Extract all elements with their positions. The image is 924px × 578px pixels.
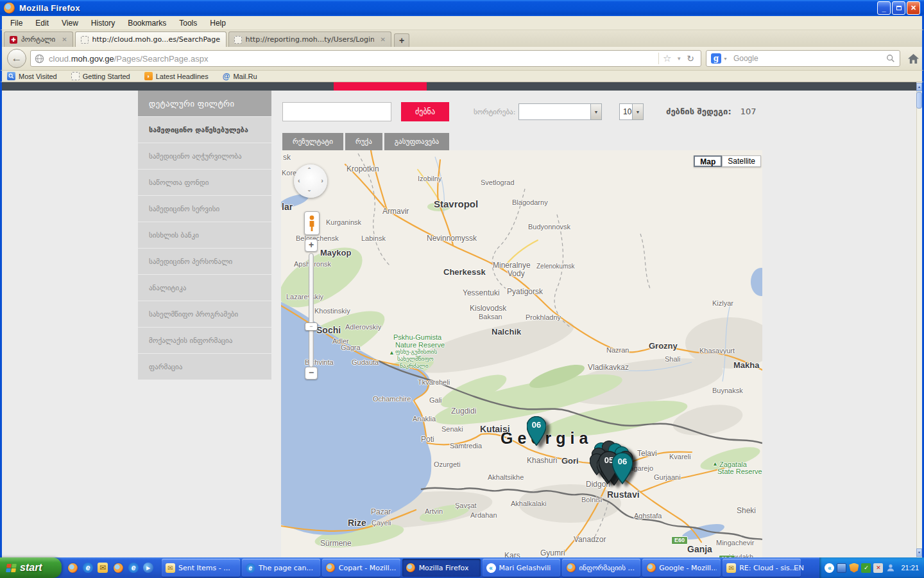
browser-tab-2[interactable]: http://cloud.moh.go...es/SearchPage.aspx (75, 31, 227, 47)
tray-display-icon[interactable] (837, 563, 846, 573)
sort-select[interactable]: ▼ (518, 103, 602, 120)
bookmark-star-icon[interactable]: ☆ (660, 53, 674, 64)
sidebar-item-4[interactable]: სამედიცინო სერვისი (138, 196, 271, 222)
map-type-map-button[interactable]: Map (694, 155, 722, 167)
menu-item-view[interactable]: View (56, 17, 84, 29)
zoom-slider-track[interactable] (309, 253, 314, 367)
new-tab-button[interactable]: + (394, 33, 409, 47)
history-dropdown-icon[interactable]: ▼ (674, 56, 684, 62)
most-visited-icon (7, 72, 15, 80)
sidebar-item-2[interactable]: სამედიცინო აღჭურვილობა (138, 143, 271, 169)
bookmark-latest-headlines[interactable]: ◗Latest Headlines (144, 72, 209, 80)
select-arrow-icon[interactable]: ▼ (590, 104, 601, 119)
sidebar-item-10[interactable]: ფარმაცია (138, 354, 271, 380)
search-button[interactable]: ძებნა (401, 102, 449, 121)
select-arrow-icon[interactable]: ▼ (632, 104, 643, 119)
view-tab-2[interactable]: რუქა (345, 133, 382, 150)
quick-launch-wmp-icon[interactable]: ▶ (143, 563, 153, 573)
page-size-select[interactable]: 10 ▼ (619, 103, 644, 120)
sidebar-item-8[interactable]: სახელმწიფო პროგრამები (138, 301, 271, 327)
bookmark-most-visited[interactable]: Most Visited (7, 72, 57, 80)
browser-tab-1[interactable]: ✚პორტალი✕ (4, 31, 73, 47)
quick-launch-ie-icon[interactable]: e (83, 563, 93, 573)
scroll-down-button[interactable]: ▼ (916, 548, 922, 557)
menu-item-file[interactable]: File (4, 17, 28, 29)
zoom-in-button[interactable]: + (305, 239, 318, 252)
url-bar[interactable]: cloud.moh.gov.ge/Pages/SearchPage.aspx ☆… (30, 50, 701, 67)
bookmarks-toolbar: Most VisitedGetting Started◗Latest Headl… (0, 71, 924, 82)
zoom-slider-thumb[interactable]: − (305, 322, 318, 331)
google-map[interactable]: Georgia Map Satellite ˆ ‹ › ˇ + − − skKo… (281, 150, 762, 557)
url-text[interactable]: cloud.moh.gov.ge/Pages/SearchPage.aspx (49, 54, 657, 64)
pan-left-icon[interactable]: ‹ (298, 177, 300, 184)
taskbar-button-7[interactable]: Google - Mozill... (642, 559, 721, 577)
map-label: Kvareli (669, 453, 691, 460)
map-pan-control[interactable]: ˆ ‹ › ˇ (294, 164, 327, 198)
taskbar-button-2[interactable]: eThe page can... (242, 559, 320, 577)
close-button[interactable]: ✕ (907, 1, 920, 15)
sidebar-item-7[interactable]: ანალიტიკა (138, 275, 271, 301)
tray-skype-icon[interactable]: « (825, 563, 834, 573)
home-button[interactable] (905, 51, 921, 66)
tab-title: http://reporting.moh...ty/Users/Login.as… (246, 35, 374, 44)
results-count: 107 (740, 107, 757, 116)
magnifier-icon[interactable] (886, 54, 895, 63)
pan-down-icon[interactable]: ˇ (308, 189, 311, 197)
bookmark-label: Mail.Ru (233, 73, 257, 80)
pan-right-icon[interactable]: › (321, 177, 323, 184)
scroll-up-button[interactable]: ▲ (916, 83, 922, 91)
tray-ok-icon[interactable]: ✓ (861, 563, 871, 573)
sidebar-item-3[interactable]: საწოლთა ფონდი (138, 170, 271, 195)
taskbar-button-6[interactable]: ინფორმაციის ... (562, 559, 640, 577)
sidebar-item-1[interactable]: სამედიცინო დაწესებულება (138, 117, 271, 143)
quick-launch-outlook-icon[interactable]: ✉ (98, 563, 108, 573)
reload-icon[interactable]: ↻ (684, 53, 697, 64)
tab-close-icon[interactable]: ✕ (62, 36, 67, 43)
tray-error-icon[interactable]: ✕ (873, 563, 883, 573)
menu-item-tools[interactable]: Tools (173, 17, 203, 29)
bookmark-getting-started[interactable]: Getting Started (71, 72, 130, 80)
pan-up-icon[interactable]: ˆ (308, 166, 311, 174)
search-engine-box[interactable]: g ▼ Google (706, 50, 900, 67)
map-marker-06[interactable]: 06 (612, 452, 633, 484)
menu-item-help[interactable]: Help (204, 17, 232, 29)
tray-shield-icon[interactable] (849, 563, 859, 573)
quick-launch-firefox-icon[interactable] (67, 562, 78, 574)
tray-user-icon[interactable] (886, 563, 895, 573)
sidebar-item-9[interactable]: მოქალაქის ინფორმაცია (138, 328, 271, 353)
window-titlebar[interactable]: Mozilla Firefox _ ✕ (0, 0, 924, 16)
menu-item-history[interactable]: History (85, 17, 121, 29)
browser-tab-3[interactable]: http://reporting.moh...ty/Users/Login.as… (228, 31, 391, 47)
quick-launch-firefox-icon[interactable] (112, 562, 124, 574)
restore-button[interactable] (892, 1, 905, 15)
back-button[interactable]: ← (7, 49, 26, 68)
taskbar-button-4[interactable]: Mozilla Firefox (402, 559, 481, 577)
quick-launch-ie-icon[interactable]: e (128, 563, 139, 573)
view-tab-1[interactable]: რეზულტატი (282, 133, 343, 150)
sidebar-item-6[interactable]: სამედიცინო პერსონალი (138, 249, 271, 274)
taskbar-button-8[interactable]: ✉RE: Cloud - sis... (723, 559, 801, 577)
menu-item-edit[interactable]: Edit (30, 17, 55, 29)
minimize-button[interactable]: _ (877, 1, 891, 15)
taskbar-button-1[interactable]: ✉Sent Items - ... (162, 559, 240, 577)
tab-close-icon[interactable]: ✕ (381, 36, 386, 43)
taskbar-button-5[interactable]: «Mari Gelashvili (483, 559, 561, 577)
scroll-thumb[interactable] (916, 92, 922, 109)
taskbar-button-3[interactable]: Copart - Mozill... (322, 559, 400, 577)
language-indicator[interactable]: EN (791, 562, 807, 574)
view-tab-3[interactable]: გასუფთავება (384, 133, 449, 150)
street-view-pegman[interactable] (304, 211, 320, 235)
map-label: Nevinnomyssk (427, 234, 477, 243)
start-button[interactable]: start (0, 557, 62, 578)
menu-item-bookmarks[interactable]: Bookmarks (122, 17, 172, 29)
search-input[interactable] (282, 102, 391, 121)
bookmark-mail-ru[interactable]: @Mail.Ru (223, 72, 257, 81)
page-scrollbar[interactable]: ▲ ▼ (916, 82, 922, 557)
zoom-out-button[interactable]: − (305, 367, 318, 380)
map-type-satellite-button[interactable]: Satellite (722, 155, 761, 167)
sidebar-item-5[interactable]: სისხლის ბანკი (138, 222, 271, 248)
map-marker-06[interactable]: 06 (527, 416, 546, 446)
engine-dropdown-icon[interactable]: ▼ (723, 57, 728, 61)
search-placeholder[interactable]: Google (733, 54, 886, 63)
map-label: Khasavyurt (699, 347, 735, 355)
